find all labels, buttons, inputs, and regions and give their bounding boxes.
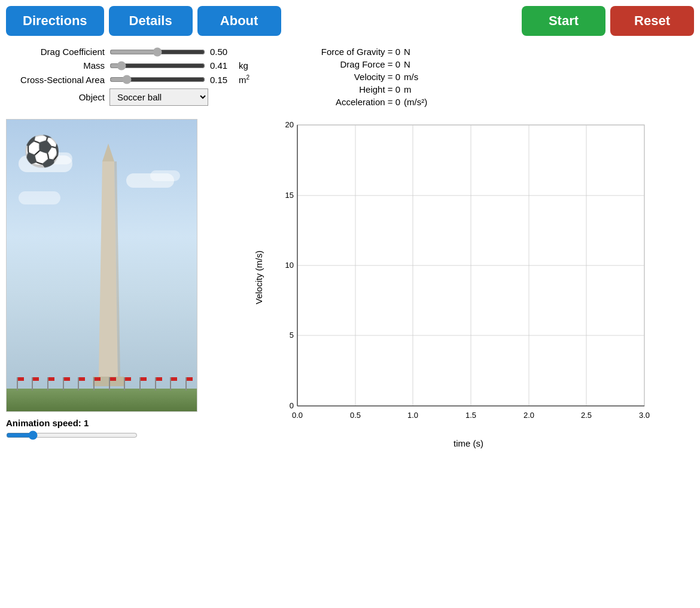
height-row: Height = 0 m xyxy=(281,84,434,94)
drag-coefficient-label: Drag Coefficient xyxy=(12,47,105,57)
svg-text:15: 15 xyxy=(285,191,293,200)
flag-2 xyxy=(32,377,33,390)
velocity-chart: 0 5 10 15 20 0.0 0.5 1.0 1.5 2.0 2.5 3.0 xyxy=(267,119,650,436)
flag-11 xyxy=(170,377,171,390)
header: Directions Details About Start Reset xyxy=(6,6,694,36)
scene: ⚽ xyxy=(6,119,197,412)
svg-text:2.0: 2.0 xyxy=(523,411,534,420)
speed-label: Animation speed: 1 xyxy=(6,418,138,428)
flag-9 xyxy=(139,377,141,390)
svg-text:0.5: 0.5 xyxy=(349,411,360,420)
monument-svg xyxy=(84,143,132,389)
object-select[interactable]: Soccer ball Baseball Basketball Tennis b… xyxy=(109,88,208,106)
right-controls: Force of Gravity = 0 N Drag Force = 0 N … xyxy=(281,47,434,107)
cross-section-label: Cross-Sectional Area xyxy=(12,75,105,85)
y-axis-label: Velocity (m/s) xyxy=(254,250,264,304)
velocity-unit: m/s xyxy=(404,72,434,82)
drag-coefficient-value: 0.50 xyxy=(210,47,234,57)
svg-marker-0 xyxy=(102,143,114,161)
main-area: ⚽ xyxy=(6,119,694,448)
svg-text:1.0: 1.0 xyxy=(407,411,418,420)
gravity-unit: N xyxy=(404,47,434,57)
start-button[interactable]: Start xyxy=(522,6,605,36)
drag-unit: N xyxy=(404,59,434,69)
cross-section-row: Cross-Sectional Area 0.15 m2 xyxy=(12,74,257,85)
acceleration-row: Acceleration = 0 (m/s²) xyxy=(281,97,434,107)
height-label: Height = 0 xyxy=(281,84,400,94)
directions-button[interactable]: Directions xyxy=(6,6,104,36)
mass-row: Mass 0.41 kg xyxy=(12,60,257,71)
details-button[interactable]: Details xyxy=(109,6,193,36)
object-label: Object xyxy=(12,92,105,102)
cross-section-slider[interactable] xyxy=(109,75,205,84)
speed-row: Animation speed: 1 xyxy=(6,418,138,440)
reset-button[interactable]: Reset xyxy=(610,6,694,36)
drag-label: Drag Force = 0 xyxy=(281,59,400,69)
svg-text:2.5: 2.5 xyxy=(580,411,591,420)
height-unit: m xyxy=(404,84,434,94)
mass-unit: kg xyxy=(239,60,257,71)
flag-12 xyxy=(185,377,187,390)
cross-section-unit: m2 xyxy=(239,74,257,85)
gravity-row: Force of Gravity = 0 N xyxy=(281,47,434,57)
gravity-label: Force of Gravity = 0 xyxy=(281,47,400,57)
flags xyxy=(10,377,194,390)
flag-10 xyxy=(155,377,156,390)
mass-label: Mass xyxy=(12,60,105,71)
speed-slider[interactable] xyxy=(6,430,138,440)
left-controls: Drag Coefficient 0.50 Mass 0.41 kg Cross… xyxy=(12,47,257,107)
cross-section-value: 0.15 xyxy=(210,75,234,85)
animation-panel: ⚽ xyxy=(6,119,197,440)
svg-text:5: 5 xyxy=(289,331,293,340)
flag-7 xyxy=(109,377,110,390)
flag-4 xyxy=(63,377,64,390)
flag-1 xyxy=(17,377,18,390)
object-row: Object Soccer ball Baseball Basketball T… xyxy=(12,88,257,106)
about-button[interactable]: About xyxy=(197,6,281,36)
mass-value: 0.41 xyxy=(210,60,234,71)
svg-text:1.5: 1.5 xyxy=(465,411,476,420)
x-axis-label: time (s) xyxy=(454,438,483,448)
mass-slider[interactable] xyxy=(109,61,205,71)
svg-text:20: 20 xyxy=(285,120,293,129)
svg-text:3.0: 3.0 xyxy=(638,411,649,420)
drag-row: Drag Force = 0 N xyxy=(281,59,434,69)
svg-text:0: 0 xyxy=(289,401,293,410)
flag-3 xyxy=(47,377,48,390)
cloud-4 xyxy=(150,170,180,181)
flag-8 xyxy=(124,377,125,390)
svg-text:10: 10 xyxy=(285,261,293,270)
drag-coefficient-slider[interactable] xyxy=(109,47,205,57)
chart-with-y-label: Velocity (m/s) xyxy=(254,119,650,436)
cloud-5 xyxy=(19,191,60,204)
acceleration-unit: (m/s²) xyxy=(404,97,434,107)
drag-coefficient-row: Drag Coefficient 0.50 xyxy=(12,47,257,57)
svg-text:0.0: 0.0 xyxy=(291,411,302,420)
velocity-row: Velocity = 0 m/s xyxy=(281,72,434,82)
chart-area: Velocity (m/s) xyxy=(209,119,694,448)
flag-6 xyxy=(93,377,95,390)
ground xyxy=(7,389,197,411)
velocity-label: Velocity = 0 xyxy=(281,72,400,82)
controls-section: Drag Coefficient 0.50 Mass 0.41 kg Cross… xyxy=(6,47,694,107)
acceleration-label: Acceleration = 0 xyxy=(281,97,400,107)
flag-5 xyxy=(78,377,79,390)
soccer-ball: ⚽ xyxy=(23,136,59,172)
